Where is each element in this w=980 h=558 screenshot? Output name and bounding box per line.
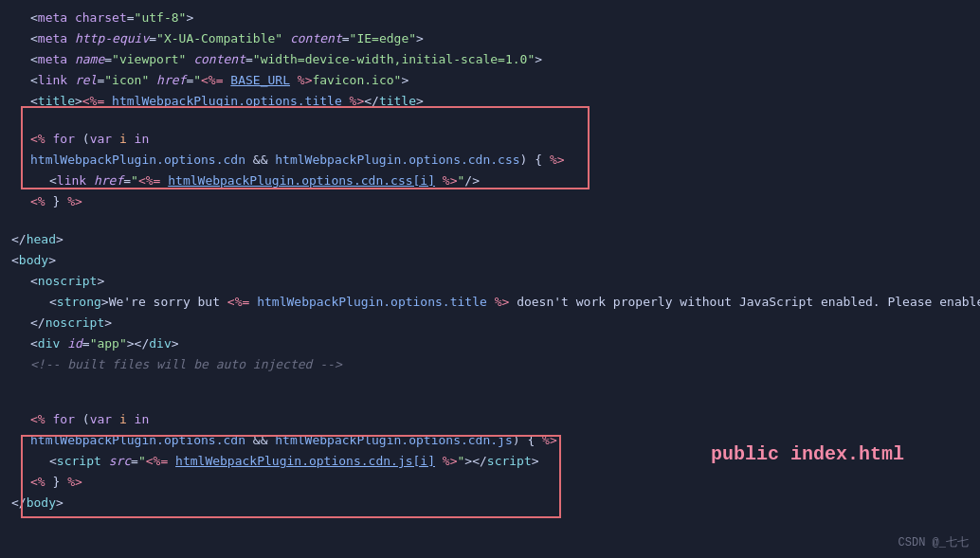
code-line: </noscript> <box>0 313 980 333</box>
code-line: <% } %> <box>0 472 980 493</box>
code-line: <% for (var i in <box>0 129 980 150</box>
watermark: CSDN @_七七 <box>898 534 969 550</box>
code-line: <strong>We're sorry but <%= htmlWebpackP… <box>0 292 980 313</box>
code-editor: <meta charset="utf-8"><meta http-equiv="… <box>0 0 980 558</box>
code-line: <div id="app"></div> <box>0 333 980 354</box>
code-line: <meta http-equiv="X-UA-Compatible" conte… <box>0 28 980 49</box>
code-line: <body> <box>0 250 980 271</box>
code-line: <link rel="icon" href="<%= BASE_URL %>fa… <box>0 70 980 91</box>
code-line: htmlWebpackPlugin.options.cdn && htmlWeb… <box>0 150 980 171</box>
code-line: <noscript> <box>0 271 980 292</box>
code-line: <title><%= htmlWebpackPlugin.options.tit… <box>0 91 980 112</box>
code-line: </body> <box>0 493 980 513</box>
annotation-label: public index.html <box>711 443 904 465</box>
code-line: <meta charset="utf-8"> <box>0 8 980 28</box>
code-line: <!-- built files will be auto injected -… <box>0 354 980 375</box>
code-line: </head> <box>0 229 980 250</box>
code-line: <% } %> <box>0 191 980 212</box>
code-line: <% for (var i in <box>0 409 980 430</box>
code-line: <link href="<%= htmlWebpackPlugin.option… <box>0 171 980 191</box>
code-line: <meta name="viewport" content="width=dev… <box>0 49 980 70</box>
